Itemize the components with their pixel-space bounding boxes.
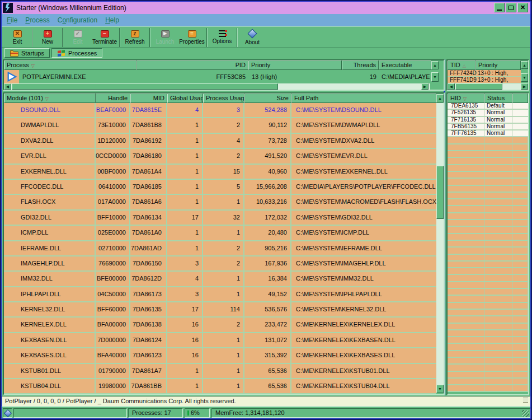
grid-cell-empty xyxy=(512,206,528,212)
module-cell-handle: 19980000 xyxy=(96,379,130,393)
module-row[interactable]: DSOUND.DLLBEAF00007DA8615E43524,288C:\ME… xyxy=(4,103,436,118)
scroll-right-button[interactable]: ▶ xyxy=(421,83,429,90)
column-header-global-usage[interactable]: Global Usage xyxy=(167,94,203,103)
grid-cell-empty xyxy=(448,316,484,322)
grid-cell-empty xyxy=(512,337,528,343)
column-header-tid[interactable]: TID△ xyxy=(448,60,475,70)
process-row[interactable]: POTPLAYERMINI.EXE FFF53C85 13 (High) 19 … xyxy=(4,70,444,83)
menu-item-configuration[interactable]: Configuration xyxy=(58,16,97,24)
tab-startups[interactable]: Startups xyxy=(4,48,50,58)
scroll-left-button[interactable]: ◀ xyxy=(4,83,11,90)
grid-cell-empty xyxy=(448,213,484,219)
handle-cell-status: Normal xyxy=(484,117,512,123)
process-icon-cell xyxy=(4,70,19,83)
close-button[interactable]: ✕ xyxy=(517,3,528,12)
handle-row[interactable]: 7DEA6135Default xyxy=(448,103,528,110)
h-scrollbar[interactable]: ◀ xyxy=(448,83,521,90)
module-row[interactable]: FLASH.OCX017A00007DA861A61110,633,216C:\… xyxy=(4,195,436,210)
module-cell-mid: 7DA861A6 xyxy=(130,195,167,209)
minimize-button[interactable] xyxy=(494,3,505,12)
sort-desc-icon: ▽ xyxy=(31,63,35,68)
module-row[interactable]: KERNEL32.DLLBFF600007DA8613517114536,576… xyxy=(4,302,436,318)
module-row[interactable]: FFCODEC.DLL064100007DA861851515,966,208C… xyxy=(4,180,436,195)
scroll-left-button[interactable]: ◀ xyxy=(448,83,455,90)
process-dropdown-button[interactable]: ▼ xyxy=(431,72,439,82)
handle-row[interactable]: 7FB56135Normal xyxy=(448,124,528,130)
properties-button[interactable]: = Properties xyxy=(178,28,205,47)
handle-row[interactable]: 7F716135Normal xyxy=(448,117,528,124)
column-header-hid[interactable]: HID▽ xyxy=(448,94,484,103)
scrollbar-thumb[interactable] xyxy=(12,83,278,90)
module-cell-global_usage: 4 xyxy=(167,103,203,117)
grid-cell-empty xyxy=(484,296,512,301)
module-row[interactable]: EVR.DLL0CCD00007DA8618012491,520C:\ME\SY… xyxy=(4,149,436,164)
module-row[interactable]: ICMP.DLL025E00007DA861A01120,480C:\ME\SY… xyxy=(4,226,436,241)
module-row[interactable]: KERNELEX.DLLBFA000007DA86138162233,472C:… xyxy=(4,318,436,333)
terminate-button[interactable]: − Terminate xyxy=(91,28,118,47)
module-cell-process_usage: 1 xyxy=(203,364,244,378)
about-button[interactable]: About xyxy=(239,28,266,47)
v-scrollbar[interactable] xyxy=(436,103,444,385)
column-header-status[interactable]: Status xyxy=(484,94,512,103)
column-header-pid[interactable]: PID xyxy=(136,60,248,70)
column-header-handle[interactable]: Handle xyxy=(96,94,130,103)
module-row[interactable]: KEXBASEN.DLL7D0000007DA86124161131,072C:… xyxy=(4,333,436,348)
column-header-thread-priority[interactable]: Priority xyxy=(475,60,521,70)
module-row[interactable]: IPHLPAPI.DLL04C500007DA861733149,152C:\M… xyxy=(4,287,436,302)
module-row[interactable]: DWMAPI.DLL73E100007DA861B81290,112C:\ME\… xyxy=(4,118,436,133)
column-header-mid[interactable]: MID xyxy=(130,94,167,103)
menu-item-process[interactable]: Process xyxy=(25,16,49,24)
scroll-right-button[interactable]: ▶ xyxy=(521,83,528,90)
tab-processes[interactable]: Processes xyxy=(51,48,102,58)
new-button[interactable]: + New xyxy=(34,28,61,47)
scroll-up-button[interactable]: ▲ xyxy=(521,61,528,69)
column-header-module[interactable]: Module (101)▽ xyxy=(4,94,96,103)
resize-grip[interactable] xyxy=(522,410,529,417)
column-header-process-usage[interactable]: Process Usage xyxy=(203,94,244,103)
maximize-button[interactable] xyxy=(506,3,516,12)
column-header-process[interactable]: Process▽ xyxy=(4,60,136,70)
menu-item-help[interactable]: Help xyxy=(105,16,119,24)
module-row[interactable]: IEFRAME.DLL027100007DA861AD12905,216C:\M… xyxy=(4,241,436,256)
refresh-button[interactable]: z Refresh xyxy=(121,28,148,47)
column-header-full-path[interactable]: Full Path xyxy=(291,94,436,103)
launch-button[interactable]: ▶ Launch xyxy=(152,28,178,47)
handle-row[interactable]: 7F526135Normal xyxy=(448,110,528,116)
module-row[interactable]: IMM32.DLLBFE000007DA8612D4116,384C:\ME\S… xyxy=(4,272,436,287)
handle-row-empty xyxy=(448,172,528,179)
module-row[interactable]: IMAGEHLP.DLL766900007DA8615032167,936C:\… xyxy=(4,256,436,272)
column-header-priority[interactable]: Priority xyxy=(248,60,342,70)
module-row[interactable]: GDI32.DLLBFF100007DA861341732172,032C:\M… xyxy=(4,211,436,226)
menu-item-file[interactable]: File xyxy=(7,16,17,24)
module-row[interactable]: KEXBASES.DLLBFA400007DA86123161315,392C:… xyxy=(4,348,436,363)
thread-row[interactable]: FFF741D9 13+0 : High, xyxy=(448,77,521,83)
scroll-down-button[interactable]: ▼ xyxy=(436,385,444,393)
module-cell-name: IMAGEHLP.DLL xyxy=(4,256,96,270)
module-cell-handle: BFF60000 xyxy=(96,302,130,316)
module-cell-size: 491,520 xyxy=(244,149,291,163)
scroll-up-button[interactable]: ▲ xyxy=(436,94,444,102)
module-row[interactable]: KSTUB01.DLL017900007DA861A71165,536C:\ME… xyxy=(4,364,436,379)
scrollbar-thumb[interactable] xyxy=(455,83,502,90)
module-row[interactable]: DXVA2.DLL1D1200007DA861921473,728C:\ME\S… xyxy=(4,134,436,149)
column-header-size[interactable]: Size xyxy=(244,94,291,103)
module-row[interactable]: KSTUB04.DLL199800007DA861BB1165,536C:\ME… xyxy=(4,379,436,394)
toolbar-separator xyxy=(237,28,238,47)
scrollbar-thumb[interactable] xyxy=(436,166,444,219)
edit-button[interactable]: ✓ Edit xyxy=(64,28,91,47)
column-header-threads[interactable]: Threads xyxy=(342,60,379,70)
scroll-up-button[interactable]: ▲ xyxy=(431,61,439,69)
title-bar[interactable]: Starter (Windows Millennium Edition) ✕ xyxy=(2,2,530,14)
handle-row-empty xyxy=(448,227,528,234)
cpu-usage-bar xyxy=(187,410,189,416)
exit-button[interactable]: ✕ Exit xyxy=(4,28,31,47)
h-scrollbar[interactable]: ◀ ▶ xyxy=(4,83,430,90)
thread-row[interactable]: FFF7424D 13+0 : High, xyxy=(448,70,521,77)
options-button[interactable]: Options xyxy=(209,28,236,47)
module-cell-path: C:\ME\SYSTEM\EXKERNEL.DLL xyxy=(291,165,436,179)
handle-row[interactable]: 7FF76135Normal xyxy=(448,130,528,137)
grid-cell-empty xyxy=(448,365,484,370)
handle-row-empty xyxy=(448,289,528,296)
column-header-executable[interactable]: Executable xyxy=(379,60,431,70)
module-row[interactable]: EXKERNEL.DLL00BF00007DA861A411540,960C:\… xyxy=(4,165,436,180)
